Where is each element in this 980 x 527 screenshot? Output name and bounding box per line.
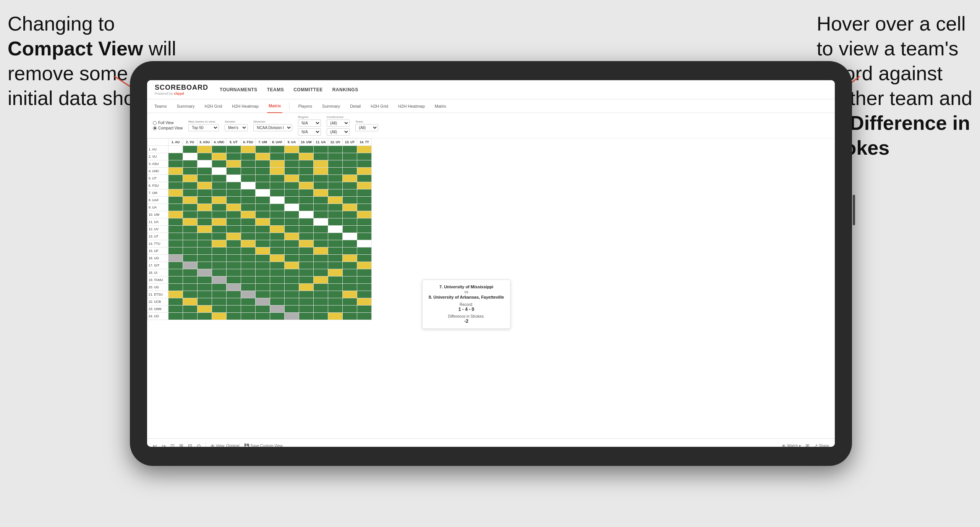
matrix-cell[interactable] xyxy=(270,284,285,291)
matrix-cell[interactable] xyxy=(343,226,357,233)
matrix-cell[interactable] xyxy=(285,175,299,182)
matrix-cell[interactable] xyxy=(357,226,372,233)
matrix-cell[interactable] xyxy=(285,262,299,269)
matrix-cell[interactable] xyxy=(183,160,198,168)
matrix-cell[interactable] xyxy=(314,291,328,298)
matrix-cell[interactable] xyxy=(285,276,299,284)
matrix-cell[interactable] xyxy=(212,276,227,284)
matrix-cell[interactable] xyxy=(227,189,241,197)
matrix-cell[interactable] xyxy=(299,313,314,320)
matrix-cell[interactable] xyxy=(314,226,328,233)
matrix-cell[interactable] xyxy=(227,262,241,269)
screen-btn[interactable]: ⊞ xyxy=(805,443,810,447)
matrix-cell[interactable] xyxy=(212,153,227,160)
matrix-cell[interactable] xyxy=(328,269,343,276)
matrix-cell[interactable] xyxy=(241,262,256,269)
matrix-cell[interactable] xyxy=(343,276,357,284)
matrix-cell[interactable] xyxy=(285,204,299,211)
matrix-cell[interactable] xyxy=(256,226,270,233)
matrix-cell[interactable] xyxy=(270,211,285,218)
matrix-cell[interactable] xyxy=(168,247,183,255)
matrix-cell[interactable] xyxy=(357,182,372,189)
matrix-cell[interactable] xyxy=(285,313,299,320)
matrix-cell[interactable] xyxy=(270,291,285,298)
matrix-cell[interactable] xyxy=(183,269,198,276)
matrix-cell[interactable] xyxy=(227,182,241,189)
matrix-cell[interactable] xyxy=(212,146,227,153)
matrix-cell[interactable] xyxy=(241,160,256,168)
matrix-cell[interactable] xyxy=(343,233,357,240)
matrix-cell[interactable] xyxy=(299,189,314,197)
matrix-cell[interactable] xyxy=(314,306,328,313)
matrix-cell[interactable] xyxy=(256,233,270,240)
matrix-cell[interactable] xyxy=(256,291,270,298)
matrix-cell[interactable] xyxy=(227,226,241,233)
matrix-cell[interactable] xyxy=(314,175,328,182)
compact-view-radio[interactable]: Compact View xyxy=(153,126,183,130)
matrix-cell[interactable] xyxy=(198,146,212,153)
matrix-cell[interactable] xyxy=(183,197,198,204)
matrix-cell[interactable] xyxy=(299,168,314,175)
matrix-cell[interactable] xyxy=(299,218,314,226)
subnav-detail[interactable]: Detail xyxy=(348,99,362,113)
matrix-cell[interactable] xyxy=(270,189,285,197)
matrix-cell[interactable] xyxy=(183,204,198,211)
matrix-cell[interactable] xyxy=(212,240,227,247)
matrix-cell[interactable] xyxy=(314,146,328,153)
matrix-cell[interactable] xyxy=(212,247,227,255)
matrix-cell[interactable] xyxy=(299,276,314,284)
matrix-cell[interactable] xyxy=(270,218,285,226)
tool4-btn[interactable]: ⊙ xyxy=(197,443,201,447)
matrix-cell[interactable] xyxy=(168,306,183,313)
matrix-cell[interactable] xyxy=(227,313,241,320)
matrix-cell[interactable] xyxy=(183,153,198,160)
matrix-cell[interactable] xyxy=(328,247,343,255)
matrix-cell[interactable] xyxy=(270,255,285,262)
matrix-cell[interactable] xyxy=(227,175,241,182)
matrix-cell[interactable] xyxy=(198,276,212,284)
matrix-cell[interactable] xyxy=(357,204,372,211)
matrix-cell[interactable] xyxy=(343,269,357,276)
matrix-cell[interactable] xyxy=(241,276,256,284)
matrix-cell[interactable] xyxy=(357,233,372,240)
matrix-cell[interactable] xyxy=(198,298,212,306)
matrix-cell[interactable] xyxy=(256,182,270,189)
matrix-cell[interactable] xyxy=(227,146,241,153)
subnav-h2h-heatmap2[interactable]: H2H Heatmap xyxy=(397,99,426,113)
matrix-cell[interactable] xyxy=(357,269,372,276)
matrix-cell[interactable] xyxy=(241,153,256,160)
matrix-cell[interactable] xyxy=(183,226,198,233)
matrix-cell[interactable] xyxy=(212,182,227,189)
matrix-cell[interactable] xyxy=(227,240,241,247)
matrix-cell[interactable] xyxy=(183,168,198,175)
matrix-cell[interactable] xyxy=(198,226,212,233)
matrix-cell[interactable] xyxy=(299,175,314,182)
matrix-cell[interactable] xyxy=(314,197,328,204)
matrix-cell[interactable] xyxy=(357,218,372,226)
matrix-cell[interactable] xyxy=(168,182,183,189)
matrix-cell[interactable] xyxy=(343,313,357,320)
matrix-cell[interactable] xyxy=(183,211,198,218)
matrix-cell[interactable] xyxy=(314,168,328,175)
matrix-cell[interactable] xyxy=(328,291,343,298)
matrix-cell[interactable] xyxy=(183,247,198,255)
subnav-summary1[interactable]: Summary xyxy=(175,99,196,113)
matrix-cell[interactable] xyxy=(241,226,256,233)
subnav-summary2[interactable]: Summary xyxy=(321,99,342,113)
matrix-cell[interactable] xyxy=(168,276,183,284)
max-teams-select[interactable]: Top 50 xyxy=(188,124,219,131)
matrix-cell[interactable] xyxy=(285,160,299,168)
matrix-cell[interactable] xyxy=(314,298,328,306)
matrix-cell[interactable] xyxy=(212,284,227,291)
matrix-cell[interactable] xyxy=(285,247,299,255)
matrix-cell[interactable] xyxy=(357,313,372,320)
matrix-cell[interactable] xyxy=(241,211,256,218)
matrix-cell[interactable] xyxy=(227,276,241,284)
matrix-cell[interactable] xyxy=(328,160,343,168)
matrix-cell[interactable] xyxy=(285,146,299,153)
matrix-cell[interactable] xyxy=(299,240,314,247)
matrix-cell[interactable] xyxy=(343,262,357,269)
matrix-cell[interactable] xyxy=(357,298,372,306)
matrix-cell[interactable] xyxy=(299,233,314,240)
matrix-cell[interactable] xyxy=(314,262,328,269)
